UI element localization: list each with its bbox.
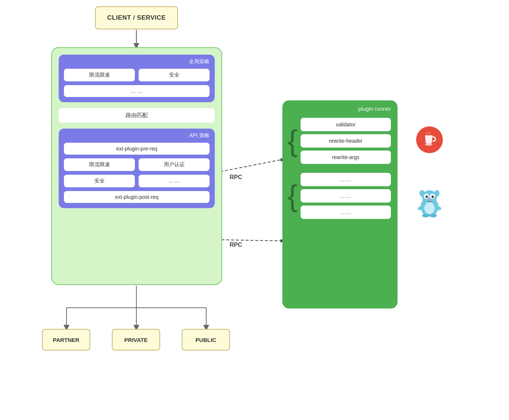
- diagram: CLIENT / SERVICE 全局策略 限流限速 安全 … … 路由匹配 A…: [0, 0, 509, 420]
- svg-point-13: [419, 190, 425, 197]
- ext-plugin-post-req: ext-plugin-post-req: [64, 191, 210, 203]
- client-service-box: CLIENT / SERVICE: [95, 6, 178, 29]
- plugin-items-bottom: … … … … … …: [301, 173, 391, 219]
- plugin-runner-top-section: { validator rewrite-header rewrite-args: [289, 118, 391, 164]
- api-policy-row1: 限流限速 用户认证: [64, 158, 210, 171]
- plugin-validator: validator: [301, 118, 391, 131]
- global-security: 安全: [139, 69, 210, 81]
- svg-point-19: [427, 196, 428, 197]
- global-policy-box: 全局策略 限流限速 安全 … …: [59, 55, 215, 102]
- svg-point-24: [422, 214, 429, 217]
- plugin-rewrite-header: rewrite-header: [301, 134, 391, 148]
- public-box: PUBLIC: [182, 329, 230, 350]
- svg-point-25: [429, 214, 437, 217]
- route-matching-box: 路由匹配: [59, 108, 215, 123]
- go-gopher-icon: [415, 186, 444, 218]
- private-label: PRIVATE: [124, 337, 148, 343]
- plugin-more-2: … …: [301, 189, 391, 203]
- partner-label: PARTNER: [53, 337, 79, 343]
- api-more: … …: [139, 175, 210, 187]
- left-brace-bottom: {: [288, 181, 298, 211]
- global-more: … …: [64, 85, 210, 97]
- plugin-runner-bottom-section: { … … … … … …: [289, 173, 391, 219]
- global-rate-limit: 限流限速: [64, 69, 135, 81]
- api-security: 安全: [64, 175, 135, 187]
- plugin-runner-title: plugin runner: [289, 106, 391, 112]
- client-service-label: CLIENT / SERVICE: [107, 14, 166, 22]
- svg-point-21: [428, 198, 431, 201]
- java-icon: [416, 126, 443, 153]
- rpc-label-top: RPC: [230, 174, 242, 181]
- plugin-more-1: … …: [301, 173, 391, 186]
- main-apisix-container: 全局策略 限流限速 安全 … … 路由匹配 API 策略 ext-plugin-…: [51, 47, 222, 285]
- rpc-label-bottom: RPC: [230, 242, 242, 248]
- global-policy-title: 全局策略: [64, 58, 210, 65]
- global-policy-row1: 限流限速 安全: [64, 69, 210, 81]
- plugin-items-top: validator rewrite-header rewrite-args: [301, 118, 391, 164]
- api-policy-box: API 策略 ext-plugin-pre-req 限流限速 用户认证 安全 ……: [59, 129, 215, 208]
- plugin-runner-box: plugin runner { validator rewrite-header…: [282, 100, 398, 308]
- private-box: PRIVATE: [112, 329, 160, 350]
- plugin-more-3: … …: [301, 206, 391, 219]
- svg-point-20: [433, 196, 434, 197]
- api-rate-limit: 限流限速: [64, 158, 135, 171]
- api-policy-title: API 策略: [64, 132, 210, 139]
- api-policy-row2: 安全 … …: [64, 175, 210, 187]
- partner-box: PARTNER: [42, 329, 90, 350]
- ext-plugin-pre-req: ext-plugin-pre-req: [64, 143, 210, 155]
- svg-point-10: [425, 143, 432, 146]
- svg-point-14: [434, 190, 440, 197]
- api-user-auth: 用户认证: [139, 158, 210, 171]
- svg-point-26: [424, 202, 435, 214]
- left-brace-top: {: [288, 126, 298, 156]
- public-label: PUBLIC: [195, 337, 216, 343]
- plugin-rewrite-args: rewrite-args: [301, 151, 391, 164]
